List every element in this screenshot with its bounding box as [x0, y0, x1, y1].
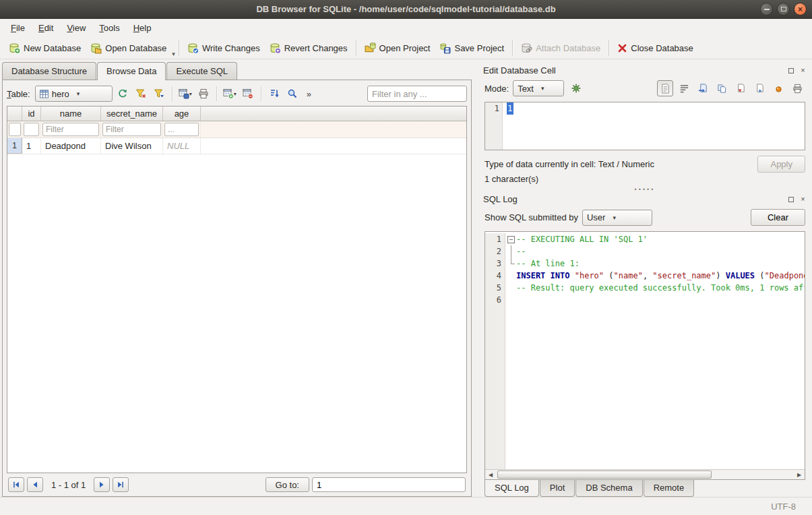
tab-database-structure[interactable]: Database Structure	[2, 62, 96, 80]
filter-input-age[interactable]	[164, 123, 199, 136]
save-project-button[interactable]: Save Project	[435, 40, 509, 57]
import-file-button[interactable]	[695, 80, 711, 96]
apply-button[interactable]: Apply	[757, 156, 805, 173]
grid-corner-cell	[7, 107, 22, 121]
clear-log-button[interactable]: Clear	[751, 209, 805, 226]
delete-record-button[interactable]	[240, 86, 256, 102]
menu-view[interactable]: View	[60, 20, 92, 36]
refresh-icon	[117, 88, 128, 99]
scrollbar-thumb[interactable]	[497, 471, 712, 479]
undock-icon[interactable]	[787, 195, 794, 203]
first-record-button[interactable]	[8, 477, 24, 492]
close-database-button[interactable]: Close Database	[613, 40, 698, 56]
sql-log-title: SQL Log	[483, 194, 518, 204]
toolbar-separator	[179, 40, 179, 56]
column-header-secret-name[interactable]: secret_name	[101, 107, 163, 121]
revert-changes-button[interactable]: Revert Changes	[265, 40, 352, 57]
settings-button[interactable]	[568, 80, 584, 96]
filter-input-id[interactable]	[24, 123, 39, 136]
write-changes-button[interactable]: Write Changes	[183, 40, 265, 57]
sql-submitter-select[interactable]: User ▾	[582, 210, 652, 226]
find-button[interactable]	[284, 86, 301, 102]
write-changes-icon	[187, 42, 199, 54]
cell-age[interactable]: NULL	[163, 138, 201, 154]
dock-splitter-handle[interactable]: •••••	[478, 185, 812, 193]
maximize-icon[interactable]	[777, 3, 790, 16]
mode-select[interactable]: Text ▾	[513, 80, 564, 96]
undock-icon[interactable]	[787, 67, 794, 74]
sort-button[interactable]	[266, 86, 282, 102]
cell-name[interactable]: Deadpond	[41, 138, 101, 154]
menu-tools[interactable]: Tools	[92, 20, 126, 36]
insert-record-button[interactable]: ▾	[222, 86, 238, 102]
grid-filter-row	[7, 121, 466, 138]
set-null-button[interactable]	[770, 80, 786, 96]
cell-id[interactable]: 1	[22, 138, 41, 154]
menu-help[interactable]: Help	[127, 20, 158, 36]
scrollbar-track[interactable]	[496, 470, 794, 479]
cell-editor[interactable]: 1 1	[485, 102, 805, 150]
sql-log-controls: Show SQL submitted by User ▾ Clear	[478, 208, 812, 230]
tab-plot[interactable]: Plot	[540, 479, 575, 497]
next-record-button[interactable]	[94, 477, 110, 492]
close-dock-icon[interactable]: ×	[799, 195, 807, 203]
filter-options-button[interactable]	[151, 86, 167, 102]
toolbar-separator	[172, 86, 173, 101]
open-project-button[interactable]: Open Project	[360, 40, 435, 57]
open-database-menu-arrow[interactable]: ▾	[172, 51, 175, 59]
tab-execute-sql[interactable]: Execute SQL	[166, 62, 237, 80]
attach-database-button[interactable]: Attach Database	[516, 40, 605, 57]
goto-button[interactable]: Go to:	[266, 477, 309, 492]
sql-log-dock-title: SQL Log ×	[478, 193, 812, 208]
save-file-button[interactable]	[732, 80, 749, 96]
horizontal-scrollbar[interactable]: ◀ ▶	[485, 469, 805, 479]
title-bar[interactable]: DB Browser for SQLite - /home/user/code/…	[0, 0, 812, 19]
scroll-left-icon[interactable]: ◀	[485, 470, 496, 479]
export-file-button[interactable]	[714, 80, 730, 96]
print-cell-button[interactable]	[789, 80, 805, 96]
fold-marker-icon[interactable]	[505, 233, 516, 245]
text-mode-button[interactable]	[657, 80, 673, 96]
sql-log-editor[interactable]: 1-- EXECUTING ALL IN 'SQL 1'2--3-- At li…	[485, 231, 805, 480]
scroll-right-icon[interactable]: ▶	[794, 470, 805, 479]
write-changes-label: Write Changes	[202, 43, 260, 53]
sql-log-line: 2--	[485, 245, 805, 258]
word-wrap-icon	[679, 84, 689, 94]
clear-filters-button[interactable]	[133, 86, 149, 102]
save-view-button[interactable]: ▾	[177, 86, 193, 102]
tab-db-schema[interactable]: DB Schema	[575, 479, 642, 497]
minimize-icon[interactable]	[760, 3, 773, 16]
word-wrap-button[interactable]	[676, 80, 692, 96]
close-icon[interactable]: ×	[794, 3, 807, 16]
tab-sql-log[interactable]: SQL Log	[485, 479, 539, 497]
filter-row-corner-input[interactable]	[9, 123, 21, 136]
column-header-age[interactable]: age	[163, 107, 201, 121]
goto-input[interactable]	[312, 477, 466, 492]
toolbar-overflow-chevron[interactable]: »	[307, 89, 311, 99]
column-header-id[interactable]: id	[22, 107, 41, 121]
last-record-button[interactable]	[113, 477, 129, 492]
table-select[interactable]: hero ▾	[35, 86, 113, 102]
previous-record-button[interactable]	[27, 477, 43, 492]
sql-log-lines: 1-- EXECUTING ALL IN 'SQL 1'2--3-- At li…	[485, 233, 805, 469]
tab-remote[interactable]: Remote	[644, 479, 695, 497]
status-bar: UTF-8	[0, 497, 812, 515]
copy-cell-button[interactable]	[751, 80, 768, 96]
print-button[interactable]	[195, 86, 212, 102]
filter-input-name[interactable]	[42, 123, 99, 136]
main-tab-bar: Database Structure Browse Data Execute S…	[0, 62, 474, 80]
row-header[interactable]: 1	[7, 138, 22, 154]
column-header-name[interactable]: name	[41, 107, 101, 121]
menu-file[interactable]: File	[4, 20, 32, 36]
save-project-label: Save Project	[454, 43, 504, 53]
menu-edit[interactable]: Edit	[32, 20, 60, 36]
refresh-button[interactable]	[115, 86, 131, 102]
filter-any-input[interactable]	[367, 86, 467, 102]
close-dock-icon[interactable]: ×	[799, 67, 807, 74]
filter-input-secret-name[interactable]	[102, 123, 161, 136]
open-database-button[interactable]: Open Database	[86, 40, 171, 57]
cell-secret-name[interactable]: Dive Wilson	[101, 138, 163, 154]
new-database-button[interactable]: New Database	[4, 40, 86, 57]
tab-browse-data[interactable]: Browse Data	[97, 62, 166, 80]
cell-line-number: 1	[485, 102, 503, 115]
